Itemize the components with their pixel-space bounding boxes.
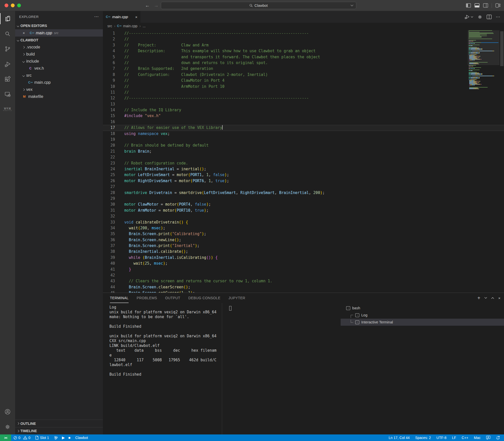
code-line[interactable]: 17// Allows for easier use of the VEX Li…: [103, 125, 504, 131]
breadcrumb-file[interactable]: main.cpp: [123, 24, 137, 28]
open-editor-main-cpp[interactable]: × C++ main.cpp src: [15, 29, 103, 37]
code-line[interactable]: 32: [103, 213, 504, 219]
code-line[interactable]: 38 BrainInertial.calibrate();: [103, 249, 504, 255]
close-panel-icon[interactable]: ×: [498, 296, 500, 300]
close-window-button[interactable]: [5, 4, 8, 7]
terminal-dropdown-chevron-icon[interactable]: [484, 297, 487, 299]
slot-selector[interactable]: Slot 1: [33, 434, 51, 441]
run-program-icon[interactable]: ▶: [62, 435, 65, 440]
code-line[interactable]: 7// Brain Supported: 2nd generation: [103, 66, 504, 72]
code-line[interactable]: 44 Brain.Screen.clearScreen();: [103, 284, 504, 290]
stop-program-icon[interactable]: ■: [68, 436, 70, 440]
code-line[interactable]: 6// down and returns to its original spo…: [103, 60, 504, 66]
timeline-section[interactable]: TIMELINE: [15, 427, 103, 434]
platform-status[interactable]: Mac: [471, 434, 483, 441]
minimap[interactable]: [469, 30, 498, 89]
breadcrumb-src[interactable]: src: [107, 24, 112, 28]
activitybar-explorer-icon[interactable]: [0, 11, 15, 26]
command-center-search[interactable]: Clawbot: [161, 2, 356, 9]
tab-output[interactable]: OUTPUT: [165, 293, 180, 303]
terminal-list-item-log[interactable]: › Log: [341, 312, 504, 319]
code-line[interactable]: 2//: [103, 36, 504, 42]
eol-status[interactable]: LF: [449, 434, 459, 441]
explorer-actions-icon[interactable]: ⋯: [94, 14, 99, 19]
chevron-down-icon[interactable]: [350, 5, 353, 7]
code-line[interactable]: 24inertial BrainInertial = inertial();: [103, 166, 504, 172]
code-line[interactable]: 9// ClawMotor in Port 4: [103, 78, 504, 84]
tree-item-include[interactable]: include: [15, 58, 103, 65]
tab-debug-console[interactable]: DEBUG CONSOLE: [188, 293, 220, 303]
close-tab-icon[interactable]: ×: [135, 15, 137, 19]
terminal-list-item-interactive[interactable]: › Interactive Terminal: [341, 319, 504, 326]
tab-jupyter[interactable]: JUPYTER: [228, 293, 245, 303]
project-root-clawbot[interactable]: CLAWBOT: [15, 37, 103, 44]
history-forward-icon[interactable]: →: [154, 3, 159, 8]
code-line[interactable]: 35 Brain.Screen.print("Calibrating");: [103, 231, 504, 237]
code-line[interactable]: 16: [103, 119, 504, 125]
language-mode-status[interactable]: C++: [459, 434, 471, 441]
code-line[interactable]: 37 Brain.Screen.print("Inertial");: [103, 243, 504, 249]
code-line[interactable]: 33void calibrateDrivetrain() {: [103, 219, 504, 225]
code-line[interactable]: 27: [103, 184, 504, 190]
code-line[interactable]: 28smartdrive Drivetrain = smartdrive(Lef…: [103, 190, 504, 196]
tab-main-cpp[interactable]: C++ main.cpp ×: [103, 11, 141, 23]
code-line[interactable]: 13: [103, 101, 504, 107]
editor-more-actions-icon[interactable]: ⋯: [496, 14, 500, 20]
code-line[interactable]: 8// Configuration: Clawbot (Drivetrain 2…: [103, 72, 504, 78]
tree-item-vex-h[interactable]: C vex.h: [15, 65, 103, 72]
minimize-window-button[interactable]: [11, 4, 15, 7]
tab-terminal[interactable]: TERMINAL: [110, 293, 129, 303]
tree-item-build[interactable]: build: [15, 51, 103, 58]
code-line[interactable]: 25motor LeftDriveSmart = motor(PORT1, 1,…: [103, 172, 504, 178]
problems-status[interactable]: 0 0: [11, 434, 33, 441]
open-editors-section[interactable]: OPEN EDITORS: [15, 22, 103, 29]
editor-scrollbar[interactable]: [500, 31, 503, 66]
breadcrumb-symbol[interactable]: ...: [143, 24, 146, 28]
code-line[interactable]: 43 // Clears the screen and returns the …: [103, 278, 504, 284]
code-line[interactable]: 4// Description: This example will show …: [103, 48, 504, 54]
window-controls[interactable]: [5, 4, 21, 7]
toggle-primary-sidebar-icon[interactable]: [466, 3, 471, 8]
code-line[interactable]: 11//: [103, 90, 504, 95]
activitybar-remote-explorer-icon[interactable]: [0, 87, 15, 102]
code-line[interactable]: 12//------------------------------------…: [103, 95, 504, 101]
history-back-icon[interactable]: ←: [145, 3, 150, 8]
code-line[interactable]: 23// Robot configuration code.: [103, 160, 504, 166]
code-line[interactable]: 21brain Brain;: [103, 149, 504, 154]
vex-brain-icon[interactable]: [54, 435, 58, 440]
encoding-status[interactable]: UTF-8: [434, 434, 449, 441]
run-or-debug-button[interactable]: [464, 14, 473, 20]
code-line[interactable]: 5// and transports it forward. The Clawb…: [103, 54, 504, 60]
split-editor-icon[interactable]: [487, 15, 492, 19]
code-line[interactable]: 22: [103, 154, 504, 160]
code-line[interactable]: 42: [103, 272, 504, 278]
code-line[interactable]: 20// Brain should be defined by default: [103, 143, 504, 148]
tree-item-main-cpp[interactable]: C++ main.cpp: [15, 79, 103, 86]
code-line[interactable]: 1//-------------------------------------…: [103, 31, 504, 36]
terminal-list-item-bash[interactable]: › bash: [341, 305, 504, 312]
code-line[interactable]: 18using namespace vex;: [103, 131, 504, 137]
code-line[interactable]: 36 Brain.Screen.newLine();: [103, 237, 504, 243]
code-line[interactable]: 29: [103, 196, 504, 202]
tree-item-src[interactable]: src: [15, 72, 103, 79]
code-line[interactable]: 31motor ArmMotor = motor(PORT10, true);: [103, 208, 504, 213]
code-line[interactable]: 3// Project: Claw and Arm: [103, 42, 504, 48]
activitybar-vex-icon[interactable]: v≡xROBOTICS: [0, 102, 15, 117]
activitybar-source-control-icon[interactable]: [0, 41, 15, 57]
code-line[interactable]: 15#include "vex.h": [103, 113, 504, 119]
customize-layout-icon[interactable]: [495, 3, 500, 8]
new-terminal-icon[interactable]: +: [478, 295, 481, 301]
code-line[interactable]: 45 Brain.Screen.setCursor(1, 1);: [103, 290, 504, 293]
code-line[interactable]: 19: [103, 137, 504, 143]
indentation-status[interactable]: Spaces: 2: [412, 434, 434, 441]
cursor-position-status[interactable]: Ln 17, Col 44: [386, 434, 412, 441]
activitybar-run-debug-icon[interactable]: [0, 57, 15, 72]
toggle-secondary-sidebar-icon[interactable]: [483, 3, 488, 8]
code-line[interactable]: 30motor ClawMotor = motor(PORT4, false);: [103, 202, 504, 207]
code-line[interactable]: 39 while (BrainInertial.isCalibrating())…: [103, 255, 504, 261]
feedback-icon[interactable]: [483, 434, 493, 441]
project-name-status[interactable]: Clawbot: [73, 434, 90, 441]
terminal-log-pane[interactable]: Logunix build for platform vexiq2 on Dar…: [103, 303, 222, 434]
minimap-viewport[interactable]: [468, 30, 499, 65]
code-line[interactable]: 10// ArmMotor in Port 10: [103, 84, 504, 90]
